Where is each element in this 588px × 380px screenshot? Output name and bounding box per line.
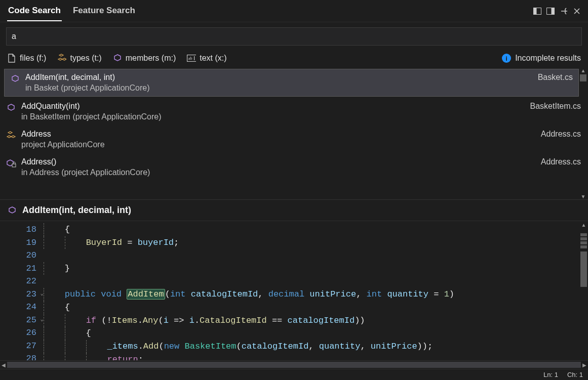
result-sub: in BasketItem (project ApplicationCore) — [21, 112, 582, 121]
result-sub: in Basket (project ApplicationCore) — [25, 83, 573, 93]
result-item[interactable]: AddQuantity(int)in BasketItem (project A… — [0, 98, 588, 125]
filter-files-label: files (f:) — [20, 54, 46, 63]
scroll-left-icon: ◀ — [0, 362, 7, 368]
svg-rect-1 — [534, 8, 537, 14]
status-line: Ln: 1 — [543, 371, 558, 378]
result-title: Address — [21, 130, 582, 139]
svg-rect-6 — [194, 56, 194, 60]
tab-code-search[interactable]: Code Search — [7, 1, 62, 21]
filter-types[interactable]: types (t:) — [57, 54, 101, 63]
svg-rect-4 — [187, 55, 197, 62]
result-path: Address.cs — [541, 130, 581, 139]
result-title: AddQuantity(int) — [21, 102, 582, 111]
result-sub: in Address (project ApplicationCore) — [21, 168, 582, 177]
scroll-up-icon: ▲ — [579, 222, 588, 228]
scroll-thumb — [580, 74, 586, 81]
scroll-right-icon: ▶ — [581, 362, 588, 368]
text-icon: ab — [187, 54, 196, 63]
code-area[interactable]: { BuyerId = buyerId; } public void AddIt… — [41, 221, 579, 360]
window-controls — [532, 6, 582, 16]
panel-left-icon[interactable] — [532, 6, 542, 16]
member-icon — [7, 205, 17, 216]
file-icon — [7, 54, 16, 63]
scroll-up-icon: ▲ — [581, 68, 586, 73]
result-title: Address() — [21, 157, 582, 166]
results-scrollbar[interactable]: ▲ ▼ — [579, 68, 587, 199]
filter-members-label: members (m:) — [126, 54, 176, 63]
filter-text-label: text (x:) — [200, 54, 226, 63]
pin-icon[interactable] — [559, 6, 569, 16]
editor-horizontal-scrollbar[interactable]: ◀ ▶ — [0, 360, 588, 369]
line-gutter: 181920212223⌄2425⌄262728 — [0, 221, 41, 360]
preview-title: AddItem(int, decimal, int) — [22, 205, 131, 216]
status-col: Ch: 1 — [567, 371, 583, 378]
member-icon — [6, 103, 16, 113]
close-icon[interactable] — [572, 6, 582, 16]
search-input[interactable] — [6, 27, 582, 46]
result-title: AddItem(int, decimal, int) — [25, 73, 573, 82]
svg-rect-7 — [12, 164, 16, 167]
svg-text:ab: ab — [188, 56, 192, 61]
info-icon: i — [502, 54, 511, 63]
type-icon — [6, 131, 16, 141]
filter-types-label: types (t:) — [70, 54, 101, 63]
filter-members[interactable]: members (m:) — [113, 54, 176, 63]
scroll-down-icon: ▼ — [581, 194, 586, 199]
svg-rect-0 — [534, 8, 541, 14]
status-incomplete-label: Incomplete results — [515, 54, 581, 63]
member-icon — [113, 54, 122, 63]
filter-text[interactable]: ab text (x:) — [187, 54, 226, 63]
member-icon — [10, 74, 20, 84]
status-bar: Ln: 1 Ch: 1 — [0, 369, 588, 380]
preview-header: AddItem(int, decimal, int) — [0, 199, 588, 221]
result-path: Basket.cs — [538, 73, 573, 82]
search-mode-tabs: Code Search Feature Search — [5, 1, 138, 21]
editor-vertical-scrollbar[interactable]: ▲ — [579, 221, 588, 360]
svg-rect-3 — [552, 8, 555, 14]
svg-rect-2 — [547, 8, 555, 14]
filter-files[interactable]: files (f:) — [7, 54, 46, 63]
search-results: AddItem(int, decimal, int)in Basket (pro… — [0, 68, 588, 199]
result-item[interactable]: Address()in Address (project Application… — [0, 153, 588, 181]
status-incomplete[interactable]: i Incomplete results — [502, 54, 581, 63]
types-icon — [57, 54, 66, 63]
panel-right-icon[interactable] — [545, 6, 556, 16]
tab-feature-search[interactable]: Feature Search — [72, 1, 136, 21]
member-private-icon — [6, 158, 16, 168]
result-item[interactable]: AddItem(int, decimal, int)in Basket (pro… — [4, 69, 579, 97]
result-item[interactable]: Addressproject ApplicationCoreAddress.cs — [0, 125, 588, 153]
result-sub: project ApplicationCore — [21, 140, 582, 149]
result-path: Address.cs — [541, 157, 581, 166]
code-preview: 181920212223⌄2425⌄262728 { BuyerId = buy… — [0, 221, 588, 360]
result-path: BasketItem.cs — [530, 102, 581, 111]
